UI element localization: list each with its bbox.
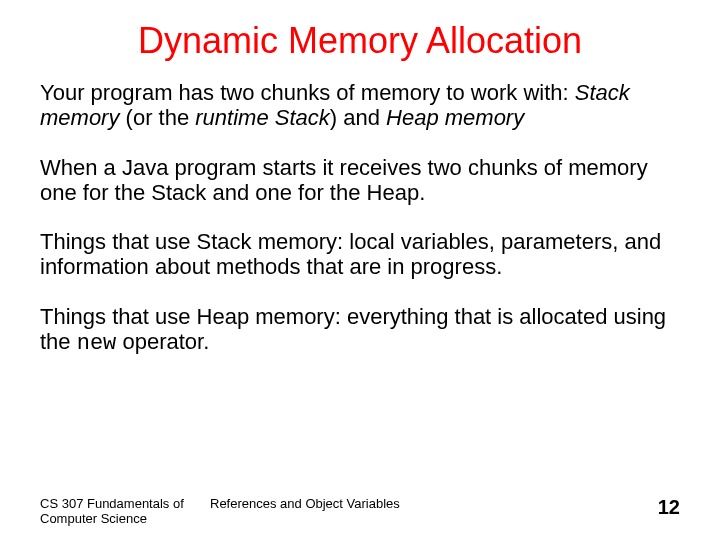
p1-runtime-stack: runtime Stack <box>195 105 330 130</box>
p4-text-c: operator. <box>116 329 209 354</box>
p4-new-keyword: new <box>77 331 117 356</box>
p1-heap-memory: Heap memory <box>386 105 524 130</box>
paragraph-3: Things that use Stack memory: local vari… <box>40 229 680 280</box>
p1-text-e: ) and <box>330 105 386 130</box>
paragraph-4: Things that use Heap memory: everything … <box>40 304 680 357</box>
slide-title: Dynamic Memory Allocation <box>40 20 680 62</box>
footer: CS 307 Fundamentals of Computer Science … <box>40 496 680 526</box>
page-number: 12 <box>658 496 680 519</box>
p1-text-a: Your program has two chunks of memory to… <box>40 80 575 105</box>
footer-topic: References and Object Variables <box>210 496 658 511</box>
paragraph-2: When a Java program starts it receives t… <box>40 155 680 206</box>
footer-course: CS 307 Fundamentals of Computer Science <box>40 496 210 526</box>
p1-text-c: (or the <box>119 105 195 130</box>
slide: Dynamic Memory Allocation Your program h… <box>0 0 720 540</box>
paragraph-1: Your program has two chunks of memory to… <box>40 80 680 131</box>
